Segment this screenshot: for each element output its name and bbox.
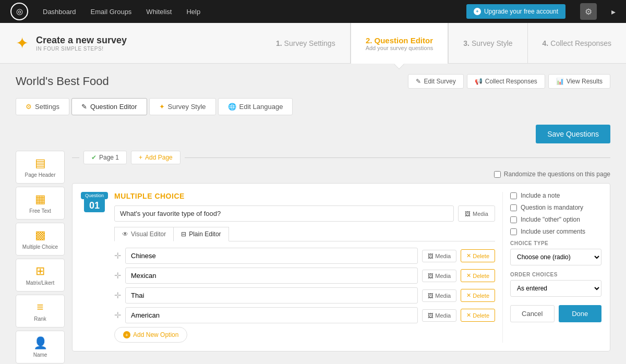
option-other: Include "other" option (510, 216, 601, 223)
tab-edit-language[interactable]: 🌐 Edit Language (218, 98, 293, 115)
add-page-btn[interactable]: + Add Page (131, 151, 180, 164)
wizard-step-1[interactable]: 1. Survey Settings (261, 23, 351, 64)
edit-survey-btn[interactable]: ✎ Edit Survey (408, 74, 463, 89)
content-area: World's Best Food ✎ Edit Survey 📢 Collec… (0, 64, 626, 364)
question-title-input[interactable] (114, 205, 454, 222)
survey-header: World's Best Food ✎ Edit Survey 📢 Collec… (16, 74, 610, 89)
done-btn[interactable]: Done (559, 305, 602, 322)
wizard-step-3[interactable]: 3. Survey Style (448, 23, 527, 64)
include-note-checkbox[interactable] (510, 192, 517, 199)
multiple-choice-label: Multiple Choice (22, 244, 58, 250)
tab-settings[interactable]: ⚙ Settings (16, 98, 69, 115)
survey-actions: ✎ Edit Survey 📢 Collect Responses 📊 View… (408, 74, 610, 89)
order-choices-section: ORDER CHOICES As entered Randomize Alpha… (510, 272, 601, 297)
upgrade-button[interactable]: + Upgrade your free account (466, 4, 565, 19)
view-results-btn[interactable]: 📊 View Results (548, 74, 610, 89)
step1-label: Survey Settings (284, 39, 335, 47)
rank-icon: ≡ (37, 300, 44, 314)
tool-name[interactable]: 👤 Name (16, 331, 65, 363)
wizard-logo-icon: ✦ (16, 34, 29, 52)
choice-media-icon-2: 🖼 (428, 293, 434, 299)
user-avatar[interactable]: ▸ (611, 7, 616, 17)
choice-delete-btn-2[interactable]: ✕ Delete (461, 289, 495, 302)
choice-input-1[interactable] (125, 268, 418, 284)
page-header-label: Page Header (25, 172, 56, 178)
choice-media-icon-0: 🖼 (428, 253, 434, 259)
edit-survey-label: Edit Survey (424, 78, 455, 85)
question-badge: Question (81, 192, 108, 199)
matrix-likert-label: Matrix/Likert (26, 280, 54, 286)
page-tab[interactable]: ✔ Page 1 (83, 151, 127, 164)
save-questions-btn[interactable]: Save Questions (536, 125, 610, 143)
choice-media-btn-3[interactable]: 🖼 Media (422, 309, 456, 322)
page-header-icon: ▤ (35, 156, 46, 170)
choice-media-btn-2[interactable]: 🖼 Media (422, 289, 456, 302)
survey-style-tab-label: Survey Style (168, 103, 206, 111)
wizard-title: Create a new survey (36, 35, 127, 46)
step2-sub: Add your survey questions (366, 45, 434, 51)
choice-media-btn-1[interactable]: 🖼 Media (422, 270, 456, 282)
wizard-step-2[interactable]: 2. Question Editor Add your survey quest… (351, 23, 449, 64)
wizard-subtitle: IN FOUR SIMPLE STEPS! (36, 46, 127, 52)
choice-media-btn-0[interactable]: 🖼 Media (422, 250, 456, 262)
plain-editor-icon: ⊟ (181, 230, 186, 238)
choice-type-label: CHOICE TYPE (510, 240, 601, 246)
comments-checkbox[interactable] (510, 228, 517, 235)
choice-row-3: ✛ 🖼 Media ✕ Delete (114, 307, 495, 323)
step4-label: Collect Responses (550, 39, 611, 47)
collect-responses-btn[interactable]: 📢 Collect Responses (467, 74, 545, 89)
question-block: Question 01 MULTIPLE CHOICE 🖼 Media (72, 183, 610, 351)
drag-handle-2[interactable]: ✛ (114, 290, 121, 300)
nav-help[interactable]: Help (186, 8, 200, 16)
choice-input-3[interactable] (125, 307, 418, 323)
editor-tabs: 👁 Visual Editor ⊟ Plain Editor (114, 227, 495, 241)
include-note-label: Include a note (521, 192, 560, 199)
tool-multiple-choice[interactable]: ▩ Multiple Choice (16, 223, 65, 256)
nav-whitelist[interactable]: Whitelist (146, 8, 172, 16)
add-option-btn[interactable]: + Add New Option (114, 327, 187, 343)
add-option-label: Add New Option (133, 331, 178, 338)
randomize-bar: Randomize the questions on this page (72, 171, 610, 178)
multiple-choice-icon: ▩ (35, 228, 46, 242)
drag-handle-0[interactable]: ✛ (114, 251, 121, 261)
other-checkbox[interactable] (510, 216, 517, 223)
randomize-checkbox[interactable] (494, 171, 501, 178)
question-media-label: Media (473, 211, 488, 217)
editor-main: ✔ Page 1 + Add Page Randomize the questi… (72, 151, 610, 364)
step2-label: Question Editor (374, 36, 433, 45)
choice-input-2[interactable] (125, 287, 418, 304)
drag-handle-3[interactable]: ✛ (114, 310, 121, 320)
sub-tabs: ⚙ Settings ✎ Question Editor ✦ Survey St… (16, 98, 610, 115)
mandatory-label: Question is mandatory (521, 204, 583, 211)
tool-free-text[interactable]: ▦ Free Text (16, 187, 65, 220)
tool-page-header[interactable]: ▤ Page Header (16, 151, 65, 184)
question-media-btn[interactable]: 🖼 Media (458, 205, 495, 222)
gear-button[interactable]: ⚙ (580, 3, 597, 20)
wizard-step-4[interactable]: 4. Collect Responses (528, 23, 626, 64)
tab-question-editor[interactable]: ✎ Question Editor (71, 98, 147, 115)
tool-matrix-likert[interactable]: ⊞ Matrix/Likert (16, 259, 65, 292)
order-choices-select[interactable]: As entered Randomize Alphabetical (510, 280, 601, 297)
results-icon: 📊 (556, 78, 564, 85)
choice-type-select[interactable]: Choose one (radio) Choose many (checkbox… (510, 249, 601, 265)
edit-icon: ✎ (416, 78, 421, 85)
nav-email-groups[interactable]: Email Groups (91, 8, 132, 16)
nav-dashboard[interactable]: Dashboard (43, 8, 76, 16)
wizard-bar: ✦ Create a new survey IN FOUR SIMPLE STE… (0, 23, 626, 64)
randomize-label: Randomize the questions on this page (504, 171, 610, 178)
drag-handle-1[interactable]: ✛ (114, 271, 121, 281)
tab-survey-style[interactable]: ✦ Survey Style (149, 98, 216, 115)
mandatory-checkbox[interactable] (510, 204, 517, 211)
wizard-title-block: Create a new survey IN FOUR SIMPLE STEPS… (36, 35, 127, 52)
cancel-btn[interactable]: Cancel (510, 305, 555, 322)
choice-type-section: CHOICE TYPE Choose one (radio) Choose ma… (510, 240, 601, 265)
choice-delete-btn-3[interactable]: ✕ Delete (461, 309, 495, 322)
survey-style-tab-icon: ✦ (159, 103, 165, 111)
choice-delete-btn-0[interactable]: ✕ Delete (461, 249, 495, 262)
plain-editor-tab[interactable]: ⊟ Plain Editor (173, 227, 228, 241)
choice-input-0[interactable] (125, 248, 418, 264)
choice-delete-btn-1[interactable]: ✕ Delete (461, 269, 495, 282)
tool-rank[interactable]: ≡ Rank (16, 295, 65, 327)
visual-editor-tab[interactable]: 👁 Visual Editor (114, 227, 174, 241)
question-editor-tab-label: Question Editor (90, 103, 137, 111)
